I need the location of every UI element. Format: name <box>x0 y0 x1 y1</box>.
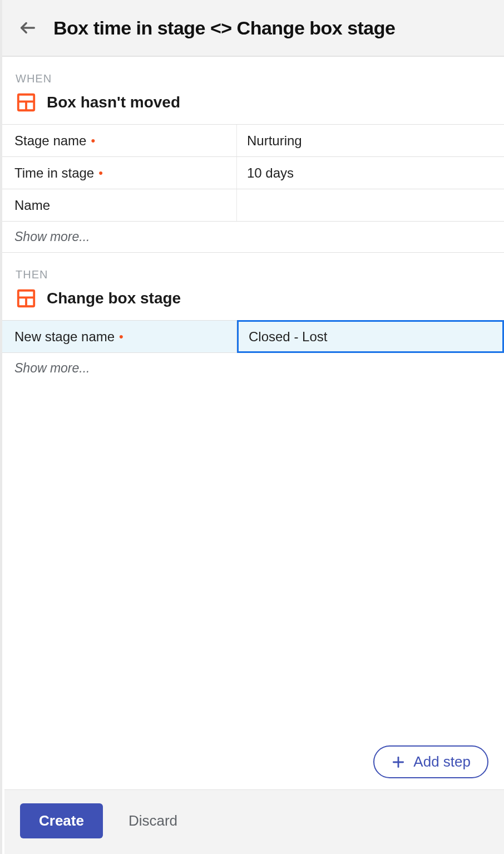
field-row-name[interactable]: Name <box>2 189 504 221</box>
arrow-left-icon <box>18 18 37 37</box>
when-trigger-title: Box hasn't moved <box>47 94 180 111</box>
field-label-name: Name <box>2 189 237 221</box>
discard-button[interactable]: Discard <box>125 812 181 830</box>
field-label-new-stage-name: New stage name • <box>2 321 237 352</box>
then-show-more-link[interactable]: Show more... <box>14 361 237 376</box>
field-label-stage-name: Stage name • <box>2 125 237 156</box>
field-value-name[interactable] <box>237 189 504 221</box>
field-row-new-stage-name[interactable]: New stage name • Closed - Lost <box>2 320 504 352</box>
add-step-wrap: Add step <box>4 745 504 789</box>
automation-editor-panel: Box time in stage <> Change box stage WH… <box>0 0 504 854</box>
field-row-time-in-stage[interactable]: Time in stage • 10 days <box>2 156 504 189</box>
when-section-label: WHEN <box>2 57 504 92</box>
then-section-label: THEN <box>2 253 504 288</box>
create-button[interactable]: Create <box>20 803 103 838</box>
field-label-time-in-stage: Time in stage • <box>2 157 237 189</box>
add-step-label: Add step <box>413 753 471 770</box>
add-step-button[interactable]: Add step <box>373 745 488 778</box>
box-icon <box>16 92 37 113</box>
box-icon <box>16 288 37 309</box>
when-show-more-link[interactable]: Show more... <box>14 229 237 244</box>
when-show-more-row: Show more... <box>2 221 504 253</box>
field-label-text: Stage name <box>14 133 86 149</box>
content-area: WHEN Box hasn't moved Stage name • Nurtu… <box>2 57 504 854</box>
footer-bar: Create Discard <box>4 789 504 854</box>
field-row-stage-name[interactable]: Stage name • Nurturing <box>2 124 504 156</box>
field-value-stage-name[interactable]: Nurturing <box>237 125 504 156</box>
field-label-text: New stage name <box>14 329 115 345</box>
then-action-row[interactable]: Change box stage <box>2 288 504 320</box>
plus-icon <box>391 755 406 769</box>
then-action-title: Change box stage <box>47 289 181 307</box>
required-dot-icon: • <box>91 135 95 147</box>
field-label-text: Name <box>14 198 50 213</box>
page-title: Box time in stage <> Change box stage <box>53 17 395 39</box>
header-bar: Box time in stage <> Change box stage <box>2 0 504 57</box>
required-dot-icon: • <box>98 167 103 179</box>
then-show-more-row: Show more... <box>2 352 504 384</box>
back-button[interactable] <box>16 16 40 40</box>
required-dot-icon: • <box>119 331 123 343</box>
footer-area: Add step Create Discard <box>4 745 504 854</box>
field-label-text: Time in stage <box>14 165 94 181</box>
when-trigger-row[interactable]: Box hasn't moved <box>2 92 504 124</box>
field-value-time-in-stage[interactable]: 10 days <box>237 157 504 189</box>
field-value-new-stage-name[interactable]: Closed - Lost <box>237 320 504 353</box>
